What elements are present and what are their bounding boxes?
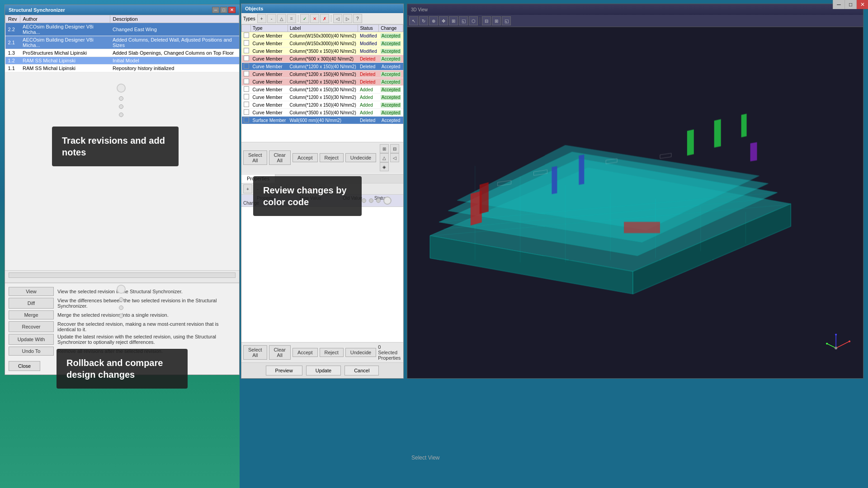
icon-btn-5[interactable]: ◈ [380, 162, 389, 171]
select-all-btn-objects[interactable]: Select All [243, 150, 267, 165]
object-row[interactable]: Curve Member Column(*1200 x 150)(40 N/mm… [242, 78, 403, 86]
close-button[interactable]: Close [9, 361, 40, 371]
object-row[interactable]: Curve Member Column(W150x3000)(40 N/mm2)… [242, 32, 403, 40]
close-window-button[interactable]: ✕ [856, 0, 868, 9]
object-row[interactable]: Curve Member Column(*1200 x 150)(30 N/mm… [242, 94, 403, 101]
toolbar-add-btn[interactable]: + [257, 14, 266, 23]
toolbar-triangle-btn[interactable]: △ [277, 14, 286, 23]
obj-change-cell: Accepted [379, 94, 403, 101]
obj-label-cell: Column(*1200 x 150)(30 N/mm2) [288, 86, 358, 94]
cancel-button[interactable]: Cancel [344, 366, 379, 375]
toolbar-x-btn[interactable]: ✕ [310, 14, 319, 23]
obj-check-cell [242, 70, 251, 78]
objects-title: Objects [245, 6, 263, 11]
object-row[interactable]: Curve Member Column(*3500 x 150)(40 N/mm… [242, 109, 403, 117]
undo-to-button[interactable]: Undo To [9, 347, 54, 356]
props-add-btn[interactable]: + [243, 184, 252, 193]
object-row[interactable]: Curve Member Column(*600 x 300)(40 N/mm2… [242, 55, 403, 63]
merge-button[interactable]: Merge [9, 310, 54, 319]
author-cell: RAM SS Michal Lipinski [20, 57, 110, 65]
obj-check-cell [242, 86, 251, 94]
revision-row[interactable]: 1.3 ProStructures Michal Lipinski Added … [5, 49, 239, 57]
minimize-button[interactable]: ─ [833, 0, 844, 9]
view-btn-select[interactable]: ◱ [459, 16, 468, 25]
obj-label-cell: Column(*1200 x 150)(30 N/mm2) [288, 94, 358, 101]
nav-dot-1 [362, 198, 366, 203]
view-btn-walk[interactable]: ⬡ [469, 16, 478, 25]
toolbar-x2-btn[interactable]: ✗ [320, 14, 329, 23]
svg-rect-19 [624, 222, 660, 233]
properties-body [241, 207, 403, 342]
obj-label-cell: Column(*1200 x 150)(40 N/mm2) [288, 63, 358, 70]
left-max-btn[interactable]: □ [220, 7, 227, 13]
maximize-button[interactable]: □ [844, 0, 856, 9]
clear-all-btn-objects[interactable]: Clear All [269, 150, 291, 165]
nav-dot-2 [369, 198, 373, 203]
object-row[interactable]: Curve Member Column(*3500 x 150)(40 N/mm… [242, 47, 403, 55]
view-btn-2[interactable]: ⊞ [492, 16, 501, 25]
view-button[interactable]: View [9, 287, 54, 296]
view-btn-3[interactable]: ◱ [502, 16, 511, 25]
object-row[interactable]: Curve Member Column(*1200 x 150)(40 N/mm… [242, 63, 403, 70]
obj-type-cell: Curve Member [251, 32, 288, 40]
view-btn-zoom[interactable]: ⊕ [429, 16, 438, 25]
view-btn-cursor[interactable]: ↖ [409, 16, 418, 25]
tooltip-review-changes: Review changes by color code [253, 176, 362, 216]
col-check [242, 25, 251, 32]
diff-description: View the differences between the two sel… [57, 298, 236, 309]
horizontal-scrollbar[interactable] [9, 272, 236, 278]
clear-all-btn-props[interactable]: Clear All [269, 345, 291, 360]
objects-header: Objects [241, 4, 403, 13]
left-close-btn[interactable]: ✕ [228, 7, 236, 13]
left-min-btn[interactable]: ─ [212, 7, 219, 13]
accept-btn-objects[interactable]: Accept [292, 153, 318, 162]
right-panel-header: 3D View [407, 4, 863, 15]
revision-row[interactable]: 1.2 RAM SS Michal Lipinski Initial Model [5, 57, 239, 65]
toolbar-remove-btn[interactable]: - [267, 14, 276, 23]
icon-btn-4[interactable]: ◁ [390, 153, 399, 162]
rev-cell: 1.2 [5, 57, 20, 65]
view-btn-1[interactable]: ⊟ [482, 16, 491, 25]
undecide-btn-props[interactable]: Undecide [345, 348, 376, 357]
obj-change-cell: Accepted [379, 86, 403, 94]
reject-btn-props[interactable]: Reject [320, 348, 344, 357]
svg-point-34 [849, 340, 850, 342]
object-row[interactable]: Curve Member Column(W150x3000)(40 N/mm2)… [242, 40, 403, 47]
object-row[interactable]: Surface Member Wall(600 mm)(40 N/mm2) De… [242, 117, 403, 124]
toolbar-equals-btn[interactable]: = [287, 14, 296, 23]
svg-rect-24 [579, 155, 584, 185]
dot-6 [119, 314, 123, 318]
view-btn-pan[interactable]: ✥ [439, 16, 448, 25]
revision-row[interactable]: 2.1 AECOsim Building Designer V8i Micha.… [5, 36, 239, 49]
icon-btn-1[interactable]: ⊞ [380, 144, 389, 153]
obj-label-cell: Column(*1200 x 150)(40 N/mm2) [288, 101, 358, 109]
select-all-btn-props[interactable]: Select All [243, 345, 267, 360]
revision-row[interactable]: 1.1 RAM SS Michal Lipinski Repository hi… [5, 65, 239, 72]
object-row[interactable]: Curve Member Column(*1200 x 150)(40 N/mm… [242, 70, 403, 78]
object-row[interactable]: Curve Member Column(*1200 x 150)(40 N/mm… [242, 101, 403, 109]
icon-btn-3[interactable]: △ [380, 153, 389, 162]
revision-row[interactable]: 2.2 AECOsim Building Designer V8i Micha.… [5, 23, 239, 36]
obj-label-cell: Column(*3500 x 150)(40 N/mm2) [288, 47, 358, 55]
object-row[interactable]: Curve Member Column(*1200 x 150)(30 N/mm… [242, 86, 403, 94]
view-btn-rotate[interactable]: ↻ [419, 16, 428, 25]
update-with-button[interactable]: Update With [9, 334, 54, 345]
preview-button[interactable]: Preview [266, 366, 302, 375]
diff-button[interactable]: Diff [9, 298, 54, 309]
update-button[interactable]: Update [306, 366, 341, 375]
accept-btn-props[interactable]: Accept [292, 348, 318, 357]
toolbar-back-btn[interactable]: ◁ [333, 14, 342, 23]
recover-button[interactable]: Recover [9, 321, 54, 332]
obj-label-cell: Column(*3500 x 150)(40 N/mm2) [288, 109, 358, 117]
toolbar-check-btn[interactable]: ✓ [300, 14, 309, 23]
view-btn-fit[interactable]: ⊞ [449, 16, 458, 25]
toolbar-fwd-btn[interactable]: ▷ [343, 14, 352, 23]
undecide-btn-objects[interactable]: Undecide [345, 153, 376, 162]
toolbar-help-btn[interactable]: ? [353, 14, 362, 23]
obj-check-cell [242, 101, 251, 109]
rev-cell: 1.3 [5, 49, 20, 57]
reject-btn-objects[interactable]: Reject [320, 153, 344, 162]
building-view [407, 27, 863, 379]
obj-status-cell: Modified [358, 40, 379, 47]
icon-btn-2[interactable]: ⊟ [390, 144, 399, 153]
